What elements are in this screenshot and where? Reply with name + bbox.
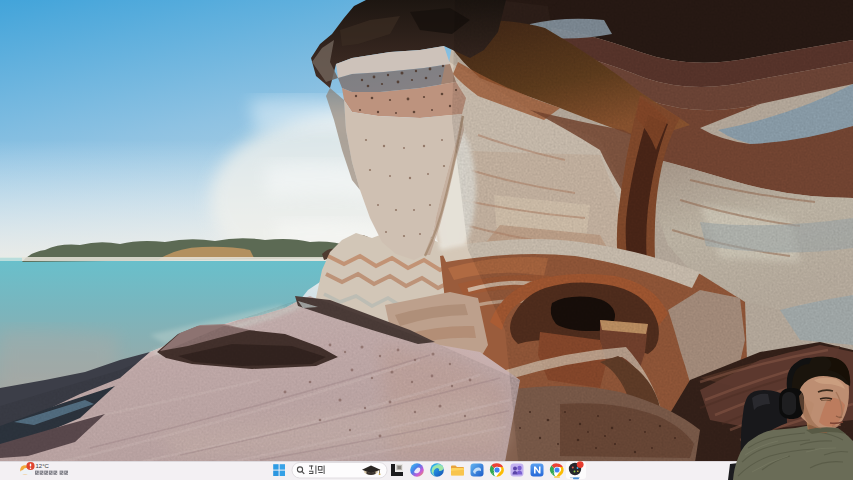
svg-text:12°C: 12°C (36, 463, 50, 469)
